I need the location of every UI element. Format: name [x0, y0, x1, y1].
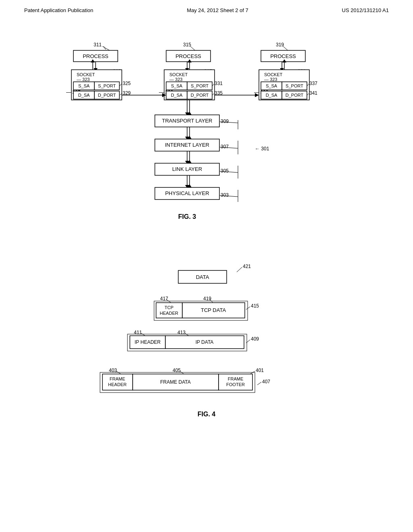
ref-419: 419 — [203, 296, 211, 301]
ref-401: 401 — [256, 368, 264, 373]
svg-line-29 — [237, 267, 242, 272]
header-right: US 2012/131210 A1 — [342, 7, 389, 13]
physical-layer-label: PHYSICAL LAYER — [165, 190, 209, 196]
fig4-caption: FIG. 4 — [198, 411, 216, 418]
internet-layer-label: INTERNET LAYER — [165, 142, 209, 148]
tcp-header-label1: TCP — [165, 305, 173, 310]
data-label: DATA — [196, 274, 209, 280]
ref-421: 421 — [243, 264, 251, 269]
link-layer-label: LINK LAYER — [172, 166, 202, 172]
frame-header-label2: HEADER — [108, 382, 127, 387]
ref-307: 307 — [221, 144, 229, 150]
fig3-caption: FIG. 3 — [178, 213, 196, 220]
socket-label-left: SOCKET — [77, 72, 95, 77]
ref-319: 319 — [276, 42, 284, 48]
frame-data-label: FRAME DATA — [160, 379, 191, 385]
svg-line-32 — [246, 307, 250, 310]
svg-text:S_SA: S_SA — [266, 83, 277, 88]
ip-header-label: IP HEADER — [135, 339, 161, 345]
ref-311: 311 — [94, 42, 102, 48]
ref-337: 337 — [309, 81, 317, 86]
header-left: Patent Application Publication — [24, 7, 93, 13]
sport-label-left: S_PORT — [98, 83, 116, 88]
ref-417: 417 — [160, 296, 168, 301]
ref-409: 409 — [251, 336, 259, 342]
ref-301: ← 301 — [255, 146, 269, 152]
frame-header-label1: FRAME — [110, 376, 125, 381]
svg-text:D_PORT: D_PORT — [191, 93, 209, 98]
svg-line-39 — [257, 382, 261, 385]
frame-footer-label1: FRAME — [228, 376, 244, 381]
svg-text:S_PORT: S_PORT — [286, 83, 303, 88]
tcp-header-label2: HEADER — [160, 311, 178, 316]
process-label-left: PROCESS — [83, 53, 108, 59]
ip-data-label: IP DATA — [196, 339, 214, 345]
ref-305: 305 — [221, 168, 229, 174]
dport-label-left: D_PORT — [98, 93, 116, 98]
socket-label-right: SOCKET — [264, 72, 283, 77]
ref-341: 341 — [309, 90, 317, 96]
ref-325: 325 — [123, 81, 131, 86]
ref-331: 331 — [215, 81, 223, 86]
ssa-label-left: S_SA — [78, 83, 90, 88]
page-header: Patent Application Publication May 24, 2… — [0, 0, 413, 17]
ref-411: 411 — [134, 330, 142, 335]
fig4-diagram: 421 DATA 417 419 415 TCP HEADER TCP DATA… — [94, 255, 319, 441]
ref-315: 315 — [183, 42, 191, 48]
svg-text:D_SA: D_SA — [171, 93, 183, 98]
socket-label-mid: SOCKET — [169, 72, 188, 77]
ref-413: 413 — [177, 330, 186, 335]
transport-layer-label: TRANSPORT LAYER — [162, 118, 213, 124]
ref-415: 415 — [251, 303, 259, 309]
ref-323-left: — 323 — [77, 77, 90, 82]
ref-407: 407 — [262, 379, 270, 384]
tcp-data-label: TCP DATA — [201, 307, 226, 313]
ref-323-mid: — 323 — [169, 77, 182, 82]
process-label-right: PROCESS — [270, 53, 296, 59]
dsa-label-left: D_SA — [78, 93, 90, 98]
ref-303: 303 — [221, 192, 229, 198]
header-center: May 24, 2012 Sheet 2 of 7 — [187, 7, 248, 13]
frame-footer-label2: FOOTER — [226, 382, 245, 387]
main-content: 311 PROCESS 313 SOCKET — 323 S_SA S_PORT… — [0, 17, 413, 453]
svg-text:D_SA: D_SA — [266, 93, 277, 98]
ref-309: 309 — [221, 118, 229, 124]
svg-text:S_PORT: S_PORT — [191, 83, 209, 88]
svg-text:S_SA: S_SA — [171, 83, 183, 88]
ref-323-right: — 323 — [264, 77, 277, 82]
svg-text:D_PORT: D_PORT — [286, 93, 304, 98]
process-label-mid: PROCESS — [175, 53, 201, 59]
fig3-diagram: 311 PROCESS 313 SOCKET — 323 S_SA S_PORT… — [41, 29, 372, 255]
